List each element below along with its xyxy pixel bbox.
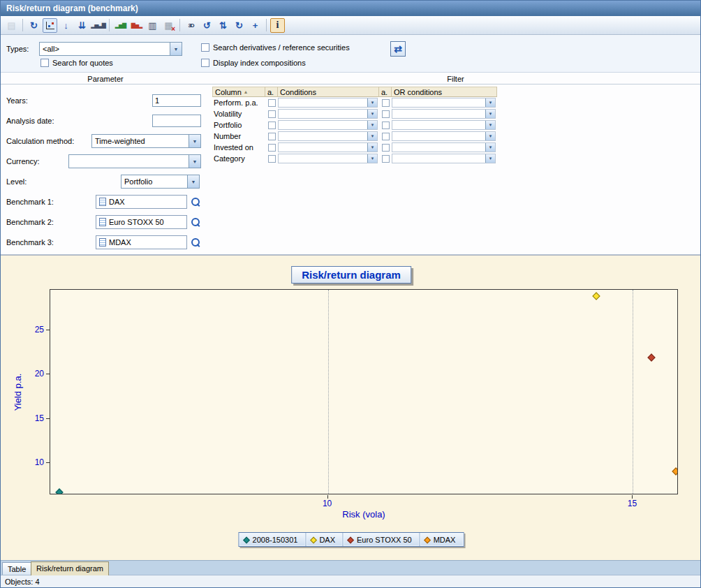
filter-condition-select[interactable]: ▼ — [278, 109, 378, 119]
filter-condition-select[interactable]: ▼ — [278, 120, 378, 130]
benchmark1-search-icon[interactable] — [191, 197, 201, 207]
delete-icon[interactable]: ▦× — [161, 18, 176, 33]
benchmark3-search-icon[interactable] — [191, 237, 201, 248]
chevron-down-icon: ▼ — [485, 98, 495, 107]
filter-or-condition-select[interactable]: ▼ — [392, 154, 496, 163]
filter-checkbox[interactable] — [268, 99, 276, 107]
filter-checkbox[interactable] — [382, 99, 390, 107]
data-point-euro-stoxx-50[interactable] — [647, 354, 655, 362]
filter-checkbox[interactable] — [382, 133, 390, 140]
filter-checkbox[interactable] — [382, 122, 390, 129]
search-quotes-checkbox[interactable] — [40, 59, 49, 67]
benchmark1-value: DAX — [109, 198, 125, 206]
sort-pairs-icon-glyph: ⇊ — [78, 20, 86, 31]
data-point-mdax[interactable] — [672, 468, 678, 476]
report-icon-glyph: ▥ — [148, 20, 156, 31]
y-tick-mark — [46, 374, 50, 374]
filter-checkbox[interactable] — [382, 155, 390, 163]
filter-checkbox[interactable] — [268, 155, 276, 163]
toolbar-separator — [22, 19, 23, 31]
print-icon-glyph: ▤ — [7, 20, 15, 31]
scatter-chart-icon[interactable] — [43, 18, 57, 33]
data-point-dax[interactable] — [592, 292, 600, 300]
benchmark1-field[interactable]: DAX — [96, 195, 187, 209]
filter-condition-select[interactable]: ▼ — [278, 98, 378, 108]
filter-or-condition-select[interactable]: ▼ — [392, 131, 496, 141]
refresh-data-button[interactable]: ⇄ — [390, 41, 406, 57]
search-derivatives-row: Search derivatives / reference securitie… — [201, 43, 350, 52]
rotate-left-icon[interactable]: ↺ — [200, 18, 214, 33]
filter-condition-select[interactable]: ▼ — [278, 131, 378, 141]
benchmark3-label: Benchmark 3: — [6, 238, 54, 247]
rotate-right-icon-glyph: ↻ — [235, 20, 243, 31]
sort-descending-icon[interactable]: ↓ — [59, 18, 73, 33]
tab-table[interactable]: Table — [2, 562, 31, 575]
legend-item-dax[interactable]: DAX — [306, 533, 344, 546]
benchmark3-field[interactable]: MDAX — [96, 235, 187, 249]
display-index-checkbox[interactable] — [201, 59, 209, 67]
chevron-down-icon: ▼ — [367, 98, 377, 107]
currency-select[interactable]: ▼ — [68, 154, 201, 168]
calculation-method-label: Calculation method: — [6, 137, 74, 145]
data-point-2008-150301[interactable] — [55, 488, 63, 494]
three-d-icon-glyph: 3D — [188, 22, 193, 29]
types-select[interactable]: <all> ▼ — [39, 42, 182, 56]
histogram-icon[interactable]: ▂▅▃▇ — [91, 18, 105, 33]
chevron-down-icon: ▼ — [170, 43, 182, 55]
filter-checkbox[interactable] — [382, 144, 390, 152]
benchmark2-search-icon[interactable] — [191, 217, 201, 228]
filter-checkbox[interactable] — [268, 110, 276, 118]
legend-item-mdax[interactable]: MDAX — [420, 533, 464, 546]
three-d-icon[interactable]: 3D — [184, 18, 198, 33]
filter-or-condition-select[interactable]: ▼ — [392, 109, 496, 119]
filter-checkbox[interactable] — [268, 122, 276, 129]
filter-combo-cell: ▼ — [278, 131, 379, 142]
filter-or-condition-select[interactable]: ▼ — [392, 120, 496, 130]
level-select[interactable]: Portfolio ▼ — [121, 175, 200, 189]
rotate-right-icon[interactable]: ↻ — [232, 18, 246, 33]
filter-row-volatility: Volatility — [212, 108, 265, 119]
refresh-icon[interactable]: ↻ — [27, 18, 41, 33]
chevron-down-icon: ▼ — [367, 154, 377, 163]
search-derivatives-label: Search derivatives / reference securitie… — [213, 43, 350, 52]
filter-checkbox[interactable] — [268, 133, 276, 140]
filter-checkbox[interactable] — [382, 110, 390, 118]
bar-chart-icon[interactable]: ▂▅▇ — [113, 18, 128, 33]
filter-row-number: Number — [212, 131, 265, 142]
tab-risk-return-diagram[interactable]: Risk/return diagram — [31, 561, 109, 575]
chevron-down-icon: ▼ — [367, 143, 377, 152]
filter-condition-select[interactable]: ▼ — [278, 142, 378, 152]
types-value: <all> — [40, 43, 170, 55]
legend-item-2008-150301[interactable]: 2008-150301 — [239, 533, 307, 546]
window-titlebar: Risk/return diagram (benchmark) — [1, 1, 700, 16]
legend-item-euro-stoxx-50[interactable]: Euro STOXX 50 — [344, 533, 420, 546]
benchmark2-field[interactable]: Euro STOXX 50 — [96, 215, 187, 229]
chevron-down-icon: ▼ — [485, 121, 495, 129]
y-tick-label: 25 — [23, 325, 44, 335]
filter-condition-select[interactable]: ▼ — [278, 154, 378, 163]
sort-pairs-icon[interactable]: ⇊ — [75, 18, 89, 33]
filter-checkbox[interactable] — [268, 144, 276, 152]
filter-row-invested-on: Invested on — [212, 142, 265, 153]
filter-combo-cell: ▼ — [278, 153, 379, 164]
report-icon[interactable]: ▥ — [145, 18, 160, 33]
combo-value — [392, 98, 485, 107]
combo-value — [279, 110, 367, 118]
benchmark2-value: Euro STOXX 50 — [109, 218, 164, 226]
info-icon[interactable]: i — [270, 18, 285, 33]
search-derivatives-checkbox[interactable] — [201, 43, 209, 52]
filter-section-header: Filter — [212, 75, 699, 83]
filter-or-condition-select[interactable]: ▼ — [392, 142, 496, 152]
swap-axes-icon[interactable]: ⇅ — [216, 18, 230, 33]
filter-or-condition-select[interactable]: ▼ — [392, 98, 496, 108]
filter-checkbox-cell — [265, 108, 278, 119]
analysis-date-input[interactable] — [152, 115, 201, 127]
filter-header-or-conditions: OR conditions — [392, 87, 497, 97]
years-input[interactable] — [152, 94, 201, 107]
security-icon — [99, 218, 106, 226]
calculation-method-select[interactable]: Time-weighted ▼ — [91, 134, 201, 148]
chevron-down-icon: ▼ — [485, 132, 495, 140]
negative-bar-chart-icon[interactable]: ▇▅▂ — [129, 18, 144, 33]
add-icon[interactable]: + — [248, 18, 263, 33]
combo-value — [392, 143, 485, 152]
